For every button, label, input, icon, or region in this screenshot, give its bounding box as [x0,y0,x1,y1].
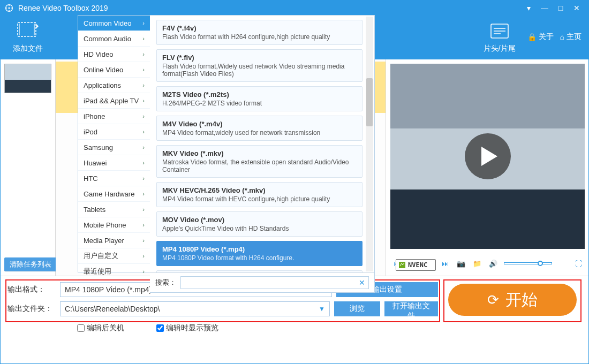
clear-tasks-button[interactable]: 清除任务列表 [4,257,57,271]
preview-video[interactable] [390,64,585,249]
lock-icon: 🔒 [527,33,537,41]
browse-button[interactable]: 浏览 [334,301,380,316]
window-minimize-button[interactable]: — [537,0,553,16]
category-label: HTC [84,175,98,183]
filmstrip-icon [17,20,39,42]
category-label: Mobile Phone [84,221,126,229]
format-item[interactable]: MKV HEVC/H.265 Video (*.mkv)MP4 Video fo… [156,182,363,207]
search-input[interactable]: ✕ [180,276,369,289]
head-tail-button[interactable]: 片头/片尾 [478,16,521,58]
app-logo-icon [4,3,14,13]
volume-icon[interactable]: 🔊 [488,258,499,269]
category-label: Tablets [84,206,105,214]
format-desc: MP4 1080P Video format with H264 configu… [162,254,357,262]
volume-slider[interactable] [504,262,552,264]
category-item[interactable]: Online Video› [78,62,150,78]
category-label: iPod [84,128,97,136]
preview-while-label: 编辑时显示预览 [166,323,218,333]
format-desc: Apple's QuickTime Video with HD Standard… [162,225,357,232]
format-item[interactable]: F4V (*.f4v)Flash Video format with H264 … [156,20,363,45]
output-dir-value: C:\Users\Reneelab\Desktop\ [65,305,160,313]
search-label: 搜索： [155,278,176,287]
category-item[interactable]: Tablets› [78,202,150,217]
svg-marker-9 [36,24,39,28]
category-item[interactable]: Huawei› [78,155,150,171]
format-item[interactable]: MP4 1080P Video (*.mp4)MP4 1080P Video f… [156,241,363,266]
format-item[interactable]: M2TS Video (*.m2ts)H.264/MPEG-2 M2TS vid… [156,86,363,111]
category-item[interactable]: Common Audio› [78,31,150,47]
format-item[interactable]: M4V Video (*.m4v)MP4 Video format,widely… [156,116,363,141]
scrollbar[interactable] [366,17,373,271]
category-item[interactable]: HTC› [78,171,150,186]
category-label: 最近使用 [84,267,111,276]
chevron-right-icon: › [142,35,145,42]
output-options: NVENC 输出格式： MP4 1080P Video (*.mp4) ▲ 输出… [7,282,438,361]
chevron-right-icon: › [142,97,145,104]
category-label: Huawei [84,159,107,167]
shutdown-after-input[interactable] [77,324,85,332]
snapshot-button[interactable]: 📷 [456,258,466,269]
chevron-right-icon: › [142,51,145,57]
add-file-button[interactable]: 添加文件 [7,16,48,58]
format-list-scroll[interactable]: F4V (*.f4v)Flash Video format with H264 … [150,16,374,273]
start-button[interactable]: ⟳ 开始 [448,284,577,316]
output-format-label: 输出格式： [7,285,56,294]
preview-while-checkbox[interactable]: 编辑时显示预览 [156,323,218,333]
format-list-panel: F4V (*.f4v)Flash Video format with H264 … [150,16,375,293]
next-track-button[interactable]: ⏭ [440,258,450,269]
svg-point-2 [9,4,10,5]
home-icon: ⌂ [560,33,564,41]
fullscreen-button[interactable]: ⛶ [573,258,584,269]
source-thumbnail[interactable] [4,64,51,93]
category-list: Common Video›Common Audio›HD Video›Onlin… [78,16,150,272]
category-item[interactable]: 用户自定义› [78,248,150,264]
category-item[interactable]: Common Video› [78,16,150,31]
chevron-right-icon: › [142,222,145,228]
format-title: MOV Video (*.mov) [162,216,357,224]
home-label: 主页 [567,32,582,42]
chevron-right-icon: › [142,144,145,150]
play-overlay-icon[interactable] [465,133,511,179]
app-title: Renee Video Toolbox 2019 [18,4,108,12]
svg-point-4 [6,7,7,8]
category-item[interactable]: 最近使用› [78,264,150,279]
window-close-button[interactable]: ✕ [569,0,585,16]
category-item[interactable]: iPhone› [78,109,150,124]
title-bar: Renee Video Toolbox 2019 ▾ — □ ✕ [0,0,589,16]
chevron-right-icon: › [142,20,145,26]
svg-point-5 [11,7,12,8]
category-label: Applications [84,81,121,89]
text-doc-icon [489,20,510,42]
preview-while-input[interactable] [156,324,164,332]
window-maximize-button[interactable]: □ [553,0,569,16]
shutdown-after-label: 编辑后关机 [87,323,124,333]
category-item[interactable]: Mobile Phone› [78,217,150,233]
open-output-button[interactable]: 打开输出文件 [384,301,438,316]
category-item[interactable]: HD Video› [78,47,150,62]
clear-search-icon[interactable]: ✕ [359,278,365,287]
category-label: Game Hardware [84,190,134,198]
about-link[interactable]: 🔒 关于 [527,32,554,42]
category-item[interactable]: Game Hardware› [78,186,150,202]
open-folder-button[interactable]: 📁 [472,258,482,269]
category-item[interactable]: Applications› [78,78,150,93]
category-item[interactable]: Samsung› [78,140,150,155]
format-item[interactable]: MOV Video (*.mov)Apple's QuickTime Video… [156,211,363,237]
home-link[interactable]: ⌂ 主页 [560,32,582,42]
format-item[interactable]: MP4 720P Video (*.mp4) [156,270,363,273]
scrollbar-thumb[interactable] [366,78,373,126]
category-item[interactable]: Media Player› [78,233,150,248]
format-item[interactable]: FLV (*.flv)Flash Video format,Widely use… [156,49,363,82]
category-label: Samsung [84,143,113,151]
add-file-label: 添加文件 [13,44,43,54]
format-desc: Flash Video format,Widely used network V… [162,63,357,78]
category-item[interactable]: iPad && Apple TV› [78,93,150,109]
category-label: iPad && Apple TV [84,97,139,105]
shutdown-after-checkbox[interactable]: 编辑后关机 [77,323,124,333]
format-title: M4V Video (*.m4v) [162,120,357,128]
category-label: iPhone [84,112,105,120]
format-item[interactable]: MKV Video (*.mkv)Matroska Video format, … [156,145,363,178]
category-item[interactable]: iPod› [78,124,150,140]
window-settings-button[interactable]: ▾ [520,0,537,16]
output-dir-combo[interactable]: C:\Users\Reneelab\Desktop\ ▼ [60,301,330,316]
